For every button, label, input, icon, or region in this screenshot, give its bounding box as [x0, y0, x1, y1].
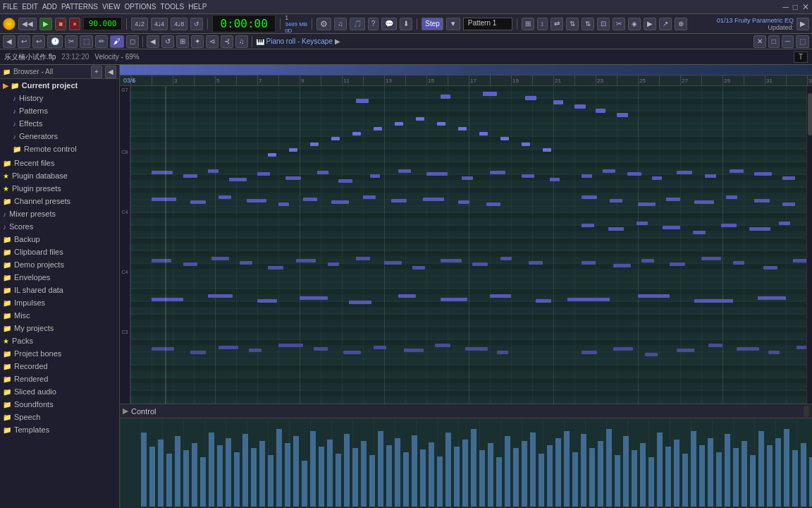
browser-templates[interactable]: 📁 Templates — [0, 423, 119, 436]
browser-packs[interactable]: ★ Packs — [0, 334, 119, 347]
scrollbar-thumb[interactable] — [808, 93, 812, 135]
browser-demo[interactable]: 📁 Demo projects — [0, 258, 119, 271]
pattern-input[interactable]: Pattern 1 — [463, 18, 512, 30]
select-icon[interactable]: ⬚ — [80, 35, 93, 48]
step-44[interactable]: 4♩4 — [151, 18, 168, 30]
pr-tool5[interactable]: ⊲ — [206, 35, 219, 48]
chat-icon[interactable]: 💬 — [381, 18, 397, 30]
control-expand[interactable]: ▶ — [123, 406, 128, 416]
record-button[interactable]: ● — [69, 18, 80, 30]
fl-logo[interactable] — [3, 18, 16, 30]
mix-icon5[interactable]: ⇅ — [582, 18, 594, 30]
browser-scores[interactable]: ♪ Scores — [0, 220, 119, 233]
browser-my-projects[interactable]: 📁 My projects — [0, 322, 119, 334]
loop-button[interactable]: ↺ — [190, 18, 203, 30]
menu-add[interactable]: ADD — [42, 3, 57, 11]
browser-rendered[interactable]: 📁 Rendered — [0, 373, 119, 385]
browser-backup[interactable]: 📁 Backup — [0, 233, 119, 246]
ctrl-scrollbar-right[interactable] — [804, 406, 809, 417]
browser-envelopes[interactable]: 📁 Envelopes — [0, 271, 119, 284]
menu-help[interactable]: HELP — [188, 3, 207, 11]
stop-button[interactable]: ■ — [55, 18, 66, 30]
midi-icon[interactable]: ♫ — [334, 18, 347, 30]
menu-patterns[interactable]: PATTERNS — [61, 3, 98, 11]
prev-button[interactable]: ◀◀ — [18, 18, 37, 30]
eraser-icon[interactable]: ◻ — [126, 35, 139, 48]
browser-clipboard[interactable]: 📁 Clipboard files — [0, 246, 119, 258]
pr-tool2[interactable]: ↺ — [161, 35, 174, 48]
browser-recent[interactable]: 📁 Recent files — [0, 157, 119, 169]
browser-mixer-presets[interactable]: ♪ Mixer presets — [0, 207, 119, 220]
mix-icon10[interactable]: ↗ — [659, 18, 672, 30]
browser-generators[interactable]: ♪ Generators — [0, 130, 119, 143]
pr-min[interactable]: ─ — [782, 35, 794, 48]
browser-speech[interactable]: 📁 Speech — [0, 411, 119, 423]
piano-roll-expand[interactable]: ▶ — [335, 37, 340, 45]
maximize-icon[interactable]: □ — [793, 2, 798, 12]
control-content[interactable] — [120, 418, 812, 508]
piano-roll-grid[interactable]: G7 C8 C4 C4 C3 — [120, 86, 812, 404]
pr-tool4[interactable]: ✦ — [191, 35, 204, 48]
bpm-display[interactable]: 90.000 — [83, 17, 122, 30]
menu-options[interactable]: OPTIONS — [124, 3, 156, 11]
pr-expand[interactable]: □ — [768, 35, 780, 48]
mix-icon9[interactable]: ▶ — [644, 18, 656, 30]
browser-impulses[interactable]: 📁 Impulses — [0, 296, 119, 309]
mix-icon1[interactable]: ⊞ — [522, 18, 534, 30]
play-button[interactable]: ▶ — [39, 18, 52, 30]
browser-soundfonts[interactable]: 📁 Soundfonts — [0, 398, 119, 411]
menu-tools[interactable]: TOOLS — [160, 3, 184, 11]
browser-recorded[interactable]: 📁 Recorded — [0, 360, 119, 373]
browser-plugin-presets[interactable]: ★ Plugin presets — [0, 182, 119, 195]
history-icon[interactable]: 🕐 — [47, 35, 63, 48]
browser-sliced[interactable]: 📁 Sliced audio — [0, 385, 119, 398]
mix-icon8[interactable]: ◈ — [628, 18, 641, 30]
mix-icon3[interactable]: ⇄ — [550, 18, 563, 30]
script-icon[interactable]: ? — [368, 18, 379, 30]
browser-effects[interactable]: ♪ Effects — [0, 117, 119, 130]
pr-detach[interactable]: ⬚ — [796, 35, 809, 48]
minimize-icon[interactable]: ─ — [782, 2, 789, 12]
undo-icon[interactable]: ↩ — [18, 35, 30, 48]
cut-icon[interactable]: ✂ — [65, 35, 78, 48]
browser-misc[interactable]: 📁 Misc — [0, 309, 119, 322]
step-48[interactable]: 4♩8 — [171, 18, 187, 30]
download-icon[interactable]: ⬇ — [400, 18, 412, 30]
step-42[interactable]: 4♩2 — [131, 18, 148, 30]
plugin-expand[interactable]: ▶ — [796, 18, 809, 30]
browser-back[interactable]: ◀ — [3, 35, 16, 48]
redo-icon[interactable]: ↩ — [32, 35, 45, 48]
browser-channel-presets[interactable]: 📁 Channel presets — [0, 195, 119, 207]
pr-tool3[interactable]: ⊞ — [176, 35, 189, 48]
pr-tool6[interactable]: ⊰ — [221, 35, 233, 48]
pencil-icon[interactable]: ✏ — [95, 35, 108, 48]
notes-canvas[interactable] — [130, 86, 812, 404]
pr-tool7[interactable]: ♫ — [235, 35, 248, 48]
browser-nav-back[interactable]: ◀ — [105, 66, 116, 78]
mix-icon2[interactable]: ↕ — [537, 18, 548, 30]
menu-view[interactable]: VIEW — [102, 3, 121, 11]
browser-plugin-db[interactable]: ★ Plugin database — [0, 169, 119, 182]
browser-project-bones[interactable]: 📁 Project bones — [0, 347, 119, 360]
menu-edit[interactable]: EDIT — [22, 3, 38, 11]
audio-icon[interactable]: 🎵 — [350, 18, 365, 30]
mix-icon11[interactable]: ⊕ — [675, 18, 687, 30]
browser-remote[interactable]: 📁 Remote control — [0, 143, 119, 155]
settings-icon[interactable]: ⚙ — [316, 18, 331, 30]
mix-icon4[interactable]: ⇅ — [566, 18, 579, 30]
browser-patterns[interactable]: ♪ Patterns — [0, 104, 119, 117]
menu-file[interactable]: FILE — [3, 3, 18, 11]
browser-add[interactable]: + — [91, 66, 102, 78]
mix-icon6[interactable]: ⊡ — [597, 18, 610, 30]
pr-close[interactable]: ✕ — [753, 35, 766, 48]
close-icon[interactable]: ✕ — [802, 2, 809, 12]
brush-icon[interactable]: 🖌 — [110, 35, 124, 48]
t-input[interactable]: T — [794, 52, 808, 63]
browser-history[interactable]: ♪ History — [0, 92, 119, 104]
browser-il-shared[interactable]: 📁 IL shared data — [0, 284, 119, 296]
step-arrow[interactable]: ▼ — [446, 18, 460, 30]
pr-tool1[interactable]: ◀ — [147, 35, 159, 48]
vertical-scrollbar[interactable] — [806, 86, 812, 404]
current-project-header[interactable]: ▶ 📁 Current project — [0, 79, 119, 92]
mix-icon7[interactable]: ✂ — [613, 18, 625, 30]
